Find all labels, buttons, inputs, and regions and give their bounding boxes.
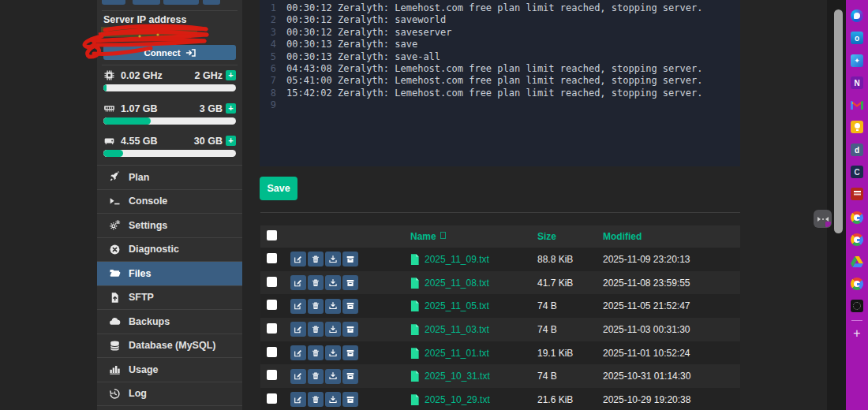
sidebar-item-settings[interactable]: Settings — [97, 213, 242, 237]
archive-icon — [346, 348, 355, 358]
file-link[interactable]: 2025_11_08.txt — [425, 278, 489, 289]
row-checkbox[interactable] — [267, 347, 277, 357]
delete-button[interactable] — [308, 369, 324, 384]
delete-button[interactable] — [308, 322, 324, 337]
connect-button[interactable]: Connect — [103, 45, 236, 60]
diagnostic-icon — [107, 244, 122, 255]
increase-disk-button[interactable]: + — [226, 136, 236, 146]
row-checkbox[interactable] — [267, 393, 277, 404]
drive-icon[interactable] — [851, 255, 863, 268]
folder-icon — [107, 267, 122, 279]
file-size: 74 B — [537, 300, 603, 311]
sidebar-item-database[interactable]: Database (MySQL) — [97, 334, 242, 358]
database-icon — [107, 340, 122, 352]
daily-dev-icon[interactable]: d — [851, 144, 863, 156]
row-checkbox[interactable] — [267, 370, 277, 380]
download-button[interactable] — [325, 299, 341, 314]
download-button[interactable] — [325, 392, 341, 407]
archive-button[interactable] — [342, 345, 358, 360]
collapse-sidebar-handle[interactable] — [814, 210, 832, 228]
onenote-icon[interactable]: N — [851, 76, 863, 89]
google-icon[interactable] — [851, 211, 863, 224]
save-button[interactable]: Save — [260, 177, 297, 200]
download-button[interactable] — [325, 275, 341, 290]
sidebar-item-usage[interactable]: Usage — [97, 357, 242, 382]
server-control-button-3[interactable] — [163, 0, 199, 5]
delete-button[interactable] — [308, 275, 324, 290]
edit-button[interactable] — [290, 275, 306, 290]
table-row: 2025_10_31.txt 74 B 2025-10-31 01:14:30 — [260, 364, 740, 388]
edit-button[interactable] — [290, 299, 306, 314]
sign-in-icon — [185, 48, 196, 58]
edit-button[interactable] — [290, 369, 306, 384]
sidebar-item-sftp[interactable]: SFTP — [97, 285, 242, 310]
column-header-name[interactable]: Name — [410, 231, 537, 242]
table-row: 2025_11_09.txt 88.8 KiB 2025-11-09 23:20… — [260, 248, 740, 271]
server-control-button-1[interactable] — [102, 0, 125, 5]
file-link[interactable]: 2025_11_09.txt — [425, 254, 489, 265]
edit-button[interactable] — [290, 345, 306, 360]
delete-button[interactable] — [308, 299, 324, 314]
console-line — [276, 99, 286, 111]
file-size: 41.7 KiB — [537, 278, 603, 289]
download-button[interactable] — [325, 252, 341, 266]
site-favicon-icon[interactable] — [851, 300, 863, 312]
file-link[interactable]: 2025_11_01.txt — [425, 348, 489, 359]
archive-button[interactable] — [342, 392, 358, 407]
delete-button[interactable] — [308, 252, 324, 266]
page-scrollbar[interactable] — [827, 0, 846, 410]
archive-button[interactable] — [342, 369, 358, 384]
row-checkbox[interactable] — [267, 277, 277, 287]
column-header-size[interactable]: Size — [537, 231, 603, 242]
file-link[interactable]: 2025_10_31.txt — [425, 371, 490, 382]
gears-icon — [107, 219, 122, 231]
column-header-modified[interactable]: Modified — [603, 231, 740, 242]
row-checkbox[interactable] — [267, 253, 277, 263]
archive-button[interactable] — [342, 252, 358, 266]
sidebar-item-backups[interactable]: Backups — [97, 309, 242, 334]
console-editor[interactable]: 100:30:12 Zeralyth: Lemehost.com free pl… — [260, 0, 740, 166]
sidebar-item-console[interactable]: Console — [97, 189, 242, 214]
file-link[interactable]: 2025_10_29.txt — [425, 394, 490, 405]
trash-icon — [311, 371, 320, 381]
row-checkbox[interactable] — [267, 300, 277, 310]
download-button[interactable] — [325, 345, 341, 360]
server-control-button-4[interactable] — [203, 0, 220, 5]
google-icon[interactable] — [851, 278, 863, 290]
sidebar-item-plan[interactable]: Plan — [97, 165, 242, 189]
archive-button[interactable] — [342, 299, 358, 314]
increase-cpu-button[interactable]: + — [226, 70, 236, 80]
archive-button[interactable] — [342, 275, 358, 290]
bible-icon[interactable] — [851, 188, 863, 200]
download-button[interactable] — [325, 369, 341, 384]
gmail-icon[interactable] — [851, 99, 863, 111]
file-link[interactable]: 2025_11_05.txt — [425, 300, 489, 311]
add-sidebar-item-button[interactable]: + — [846, 326, 868, 341]
edit-icon — [294, 371, 303, 381]
sidebar-item-diagnostic[interactable]: Diagnostic — [97, 237, 242, 262]
edit-button[interactable] — [290, 322, 306, 337]
sidebar-item-log[interactable]: Log — [97, 382, 242, 406]
scrollbar-thumb[interactable] — [834, 9, 843, 233]
edit-button[interactable] — [290, 392, 306, 407]
lamp-icon[interactable] — [851, 121, 863, 133]
file-modified: 2025-11-03 00:31:30 — [603, 324, 740, 335]
outlook-icon[interactable]: o — [851, 32, 863, 44]
history-icon — [107, 388, 122, 400]
file-link[interactable]: 2025_11_03.txt — [425, 324, 489, 335]
increase-memory-button[interactable]: + — [226, 103, 236, 114]
server-control-button-2[interactable] — [133, 0, 160, 5]
edit-button[interactable] — [290, 252, 306, 266]
google-icon[interactable] — [851, 233, 863, 246]
select-all-checkbox[interactable] — [267, 230, 277, 240]
claude-icon[interactable]: C — [851, 166, 863, 178]
delete-button[interactable] — [308, 392, 324, 407]
file-icon — [410, 300, 419, 311]
delete-button[interactable] — [308, 345, 324, 360]
row-checkbox[interactable] — [267, 323, 277, 334]
download-button[interactable] — [325, 322, 341, 337]
sidebar-item-files[interactable]: Files — [97, 261, 242, 285]
m365-copilot-icon[interactable] — [851, 9, 863, 22]
archive-button[interactable] — [342, 322, 358, 337]
designer-icon[interactable]: ✦ — [851, 54, 863, 67]
